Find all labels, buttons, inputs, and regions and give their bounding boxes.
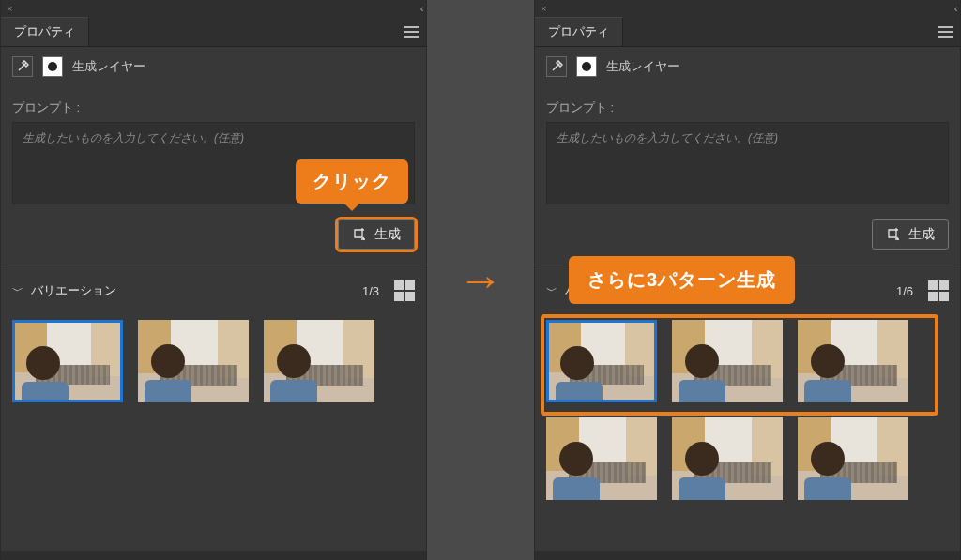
pin-icon[interactable] bbox=[546, 56, 567, 77]
callout-more-patterns: さらに3パターン生成 bbox=[569, 256, 795, 304]
properties-panel-before: × ‹‹ プロパティ 生成レイヤー プロンプト : 生成したいものを入力してくだ… bbox=[0, 0, 427, 560]
close-icon[interactable]: × bbox=[7, 3, 12, 14]
variation-thumb-3[interactable] bbox=[264, 320, 374, 402]
variation-thumb-2[interactable] bbox=[672, 320, 783, 402]
variation-thumb-5[interactable] bbox=[672, 417, 783, 500]
generate-button-label: 生成 bbox=[908, 226, 935, 243]
layer-mask-icon[interactable] bbox=[576, 56, 597, 77]
layer-row: 生成レイヤー bbox=[535, 47, 960, 83]
prompt-label: プロンプト : bbox=[1, 83, 426, 122]
generate-button[interactable]: 生成 bbox=[338, 219, 415, 250]
tab-row: プロパティ bbox=[1, 17, 426, 47]
tab-row: プロパティ bbox=[535, 17, 960, 47]
variations-count: 1/6 bbox=[896, 284, 913, 298]
layer-row: 生成レイヤー bbox=[1, 47, 426, 83]
variation-thumb-2[interactable] bbox=[138, 320, 249, 402]
variation-thumb-4[interactable] bbox=[546, 417, 657, 500]
layer-label: 生成レイヤー bbox=[72, 58, 145, 75]
prompt-textarea[interactable]: 生成したいものを入力してください。(任意) bbox=[546, 122, 949, 204]
layer-label: 生成レイヤー bbox=[606, 58, 679, 75]
variations-thumbnails bbox=[1, 310, 426, 421]
tab-properties[interactable]: プロパティ bbox=[535, 17, 623, 46]
variation-thumb-6[interactable] bbox=[798, 417, 908, 500]
tab-properties[interactable]: プロパティ bbox=[1, 17, 89, 46]
generate-button-label: 生成 bbox=[374, 226, 401, 243]
variation-thumb-1[interactable] bbox=[546, 320, 657, 402]
chevron-down-icon: ﹀ bbox=[546, 283, 557, 299]
panel-bottombar bbox=[1, 551, 426, 560]
variations-header[interactable]: ﹀ バリエーション 1/3 bbox=[1, 271, 426, 310]
panel-bottombar bbox=[535, 551, 960, 560]
grid-view-icon[interactable] bbox=[394, 280, 415, 301]
variation-thumb-1[interactable] bbox=[12, 320, 123, 402]
properties-panel-after: × ‹‹ プロパティ 生成レイヤー プロンプト : 生成したいものを入力してくだ… bbox=[534, 0, 961, 560]
grid-view-icon[interactable] bbox=[928, 280, 949, 301]
layer-mask-icon[interactable] bbox=[42, 56, 63, 77]
sparkle-icon bbox=[352, 227, 367, 242]
variations-thumbnails bbox=[535, 310, 960, 519]
panel-menu-icon[interactable] bbox=[932, 17, 960, 46]
arrow-between: → bbox=[427, 0, 534, 560]
variations-count: 1/3 bbox=[362, 284, 379, 298]
panel-menu-icon[interactable] bbox=[398, 17, 426, 46]
chevron-down-icon: ﹀ bbox=[12, 283, 23, 299]
pin-icon[interactable] bbox=[12, 56, 33, 77]
sparkle-icon bbox=[886, 227, 901, 242]
panel-topbar: × ‹‹ bbox=[535, 0, 960, 17]
close-icon[interactable]: × bbox=[541, 3, 546, 14]
callout-click: クリック bbox=[296, 159, 408, 204]
panel-topbar: × ‹‹ bbox=[1, 0, 426, 17]
variation-thumb-3[interactable] bbox=[798, 320, 908, 402]
generate-button[interactable]: 生成 bbox=[872, 219, 949, 250]
prompt-label: プロンプト : bbox=[535, 83, 960, 122]
variations-label: バリエーション bbox=[31, 282, 116, 299]
arrow-right-icon: → bbox=[458, 254, 503, 306]
